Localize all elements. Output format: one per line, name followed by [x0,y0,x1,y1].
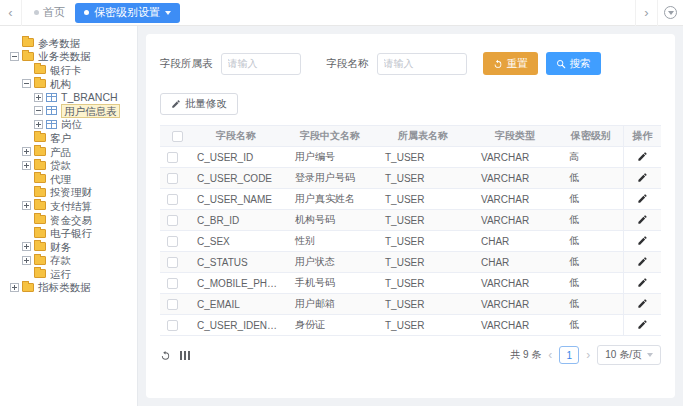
tab-active[interactable]: 保密级别设置 [75,3,180,23]
tree-expand-icon[interactable] [34,93,43,102]
tree-item-fund-transaction[interactable]: 资金交易 [0,213,137,227]
tree-item-product[interactable]: 产品 [0,145,137,159]
tree-item-reference-data[interactable]: 参考数据 [0,36,137,50]
toolbar: 批量修改 [160,93,661,115]
edit-row-button[interactable] [637,151,648,162]
tree-expand-icon[interactable] [22,201,31,210]
tree-item-loan[interactable]: 贷款 [0,158,137,172]
row-checkbox[interactable] [167,278,178,289]
reset-button[interactable]: 重置 [483,52,538,75]
search-button[interactable]: 搜索 [546,52,601,75]
table-row: C_BR_ID 机构号码 T_USER VARCHAR 低 [160,210,661,231]
tree-item-finance[interactable]: 财务 [0,240,137,254]
table-icon [46,106,57,115]
tree-item-bank-card[interactable]: 银行卡 [0,63,137,77]
tree-indent [10,38,19,47]
content-area: 字段所属表 字段名称 重置 搜索 [138,26,683,406]
edit-row-button[interactable] [637,235,648,246]
tree-item-customer[interactable]: 客户 [0,131,137,145]
pencil-icon [637,235,648,246]
row-checkbox[interactable] [167,299,178,310]
tree-expand-icon[interactable] [22,161,31,170]
row-checkbox[interactable] [167,152,178,163]
table-footer: 共 9 条 ‹ 1 › 10 条/页 [160,345,661,365]
tree-indent [22,229,31,238]
row-checkbox[interactable] [167,194,178,205]
field-name-input[interactable] [377,53,467,75]
edit-row-button[interactable] [637,277,648,288]
next-page-button[interactable]: › [586,349,590,361]
refresh-table-button[interactable] [160,350,171,361]
pencil-icon [637,319,648,330]
row-checkbox[interactable] [167,257,178,268]
folder-icon [34,215,46,224]
edit-row-button[interactable] [637,214,648,225]
tree-item-user-info-table[interactable]: 用户信息表 [0,104,137,118]
row-checkbox[interactable] [167,236,178,247]
select-all-checkbox[interactable] [172,131,183,142]
tree-item-agent[interactable]: 代理 [0,172,137,186]
tree-expand-icon[interactable] [22,256,31,265]
tab-home-label: 首页 [43,5,65,20]
folder-icon [22,38,34,47]
edit-row-button[interactable] [637,193,648,204]
tab-dot-icon [84,10,89,15]
chevron-down-icon[interactable] [165,11,171,15]
folder-icon [34,133,46,142]
field-table-label: 字段所属表 [160,57,213,71]
folder-icon [34,269,46,278]
tree-collapse-icon[interactable] [34,106,43,115]
tab-home[interactable]: 首页 [34,5,65,20]
chevron-down-icon [647,353,653,357]
batch-edit-button[interactable]: 批量修改 [160,93,238,115]
tree-collapse-icon[interactable] [10,52,19,61]
table-row: C_USER_ID 用户编号 T_USER VARCHAR 高 [160,147,661,168]
tree-expand-icon[interactable] [22,242,31,251]
tree-item-organization[interactable]: 机构 [0,77,137,91]
tree-indent [22,65,31,74]
tree-expand-icon[interactable] [34,120,43,129]
folder-icon [34,147,46,156]
edit-row-button[interactable] [637,172,648,183]
tab-actions-menu-button[interactable] [657,0,683,26]
header-operation: 操作 [623,126,661,147]
row-checkbox[interactable] [167,173,178,184]
folder-icon [34,79,46,88]
fields-table: 字段名称 字段中文名称 所属表名称 字段类型 保密级别 操作 C_USER_ID [160,125,661,336]
refresh-icon [160,350,171,361]
prev-page-button[interactable]: ‹ [548,349,552,361]
field-name-label: 字段名称 [327,57,369,71]
row-checkbox[interactable] [167,320,178,331]
tabs-scroll-right-button[interactable]: › [635,0,657,26]
field-table-input[interactable] [221,53,301,75]
tree-expand-icon[interactable] [22,147,31,156]
page-number-button[interactable]: 1 [559,346,579,364]
tree-item-business-data[interactable]: 业务类数据 [0,50,137,64]
edit-row-button[interactable] [637,319,648,330]
magnifier-icon [556,59,566,69]
sidebar-tree: 参考数据 业务类数据 银行卡 机构 T_BRANCH 用户信息表 [0,26,138,406]
tree-item-indicator-data[interactable]: 指标类数据 [0,281,137,295]
table-row: C_MOBILE_PHONE 手机号码 T_USER VARCHAR 低 [160,273,661,294]
tabs-scroll-left-button[interactable]: ‹ [0,0,22,26]
table-row: C_STATUS 用户状态 T_USER CHAR 低 [160,252,661,273]
row-checkbox[interactable] [167,215,178,226]
tree-item-deposit[interactable]: 存款 [0,254,137,268]
tree-expand-icon[interactable] [10,283,19,292]
pencil-icon [637,214,648,225]
tree-collapse-icon[interactable] [22,79,31,88]
tree-item-payment-settlement[interactable]: 支付结算 [0,199,137,213]
content-card: 字段所属表 字段名称 重置 搜索 [146,34,675,398]
tree-item-t-branch[interactable]: T_BRANCH [0,90,137,104]
folder-icon [34,201,46,210]
column-settings-icon[interactable] [180,351,190,360]
folder-icon [22,52,34,61]
tree-item-operation[interactable]: 运行 [0,267,137,281]
edit-row-button[interactable] [637,298,648,309]
page-size-select[interactable]: 10 条/页 [597,345,661,365]
header-field-cn-name: 字段中文名称 [285,126,375,147]
tree-item-position[interactable]: 岗位 [0,118,137,132]
tree-item-investment[interactable]: 投资理财 [0,186,137,200]
tree-item-e-banking[interactable]: 电子银行 [0,226,137,240]
edit-row-button[interactable] [637,256,648,267]
